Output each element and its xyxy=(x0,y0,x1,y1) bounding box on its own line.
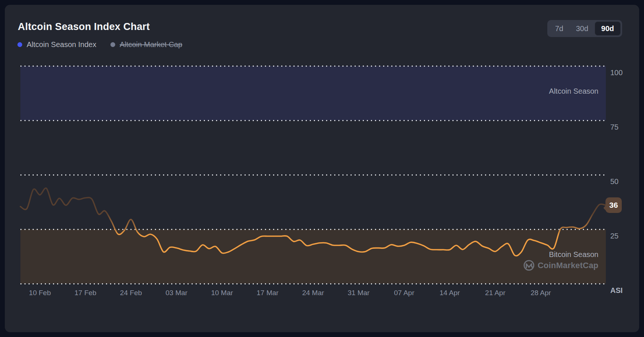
x-tick-24-mar: 24 Mar xyxy=(302,289,324,297)
legend-dot-blue-icon xyxy=(17,42,22,47)
y-tick-50: 50 xyxy=(610,177,618,186)
chart-plot-area[interactable]: Altcoin Season Bitcoin Season CoinMarket… xyxy=(20,66,606,284)
x-tick-07-apr: 07 Apr xyxy=(394,289,414,297)
x-tick-28-apr: 28 Apr xyxy=(531,289,551,297)
range-button-30d[interactable]: 30d xyxy=(570,21,594,36)
x-tick-03-mar: 03 Mar xyxy=(166,289,187,297)
legend-label-altcoin-market-cap: Altcoin Market Cap xyxy=(120,40,182,49)
x-tick-14-apr: 14 Apr xyxy=(439,289,460,297)
altcoin-season-index-card: Altcoin Season Index Chart Altcoin Seaso… xyxy=(5,5,639,332)
x-tick-10-mar: 10 Mar xyxy=(211,289,233,297)
x-tick-10-feb: 10 Feb xyxy=(29,289,51,297)
page-title: Altcoin Season Index Chart xyxy=(18,21,150,33)
y-tick-100: 100 xyxy=(610,69,623,77)
y-tick-75: 75 xyxy=(610,123,618,131)
range-button-90d[interactable]: 90d xyxy=(595,21,621,36)
x-tick-21-apr: 21 Apr xyxy=(485,289,505,297)
legend-item-altcoin-market-cap[interactable]: Altcoin Market Cap xyxy=(110,40,182,49)
y-tick-asi: ASI xyxy=(610,286,623,295)
altcoin-season-index-line xyxy=(20,188,606,256)
x-axis: 10 Feb17 Feb24 Feb03 Mar10 Mar17 Mar24 M… xyxy=(20,289,606,298)
x-tick-31-mar: 31 Mar xyxy=(348,289,369,297)
current-value-badge: 36 xyxy=(605,197,622,213)
legend-item-altcoin-season-index[interactable]: Altcoin Season Index xyxy=(17,40,96,49)
y-tick-25: 25 xyxy=(610,232,618,240)
x-tick-24-feb: 24 Feb xyxy=(120,289,142,297)
x-tick-17-feb: 17 Feb xyxy=(74,289,96,297)
index-line-chart xyxy=(20,66,606,284)
time-range-switcher: 7d 30d 90d xyxy=(547,20,622,37)
legend-label-altcoin-season-index: Altcoin Season Index xyxy=(27,40,96,49)
chart-legend: Altcoin Season Index Altcoin Market Cap xyxy=(17,40,182,49)
x-tick-17-mar: 17 Mar xyxy=(257,289,279,297)
y-axis: 100755025ASI xyxy=(610,66,637,292)
range-button-7d[interactable]: 7d xyxy=(549,21,570,36)
legend-dot-gray-icon xyxy=(110,42,115,47)
